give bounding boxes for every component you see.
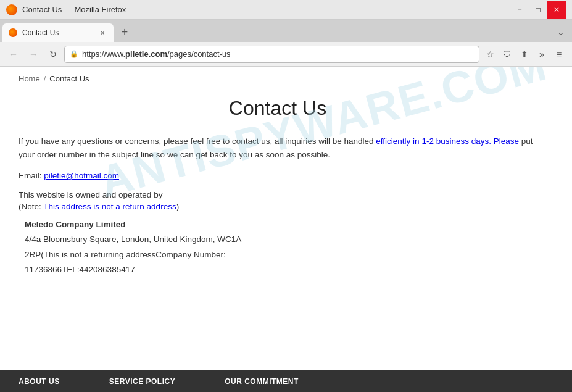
footer: ABOUT US SERVICE POLICY OUR COMMITMENT <box>0 370 572 392</box>
titlebar-title: Contact Us — Mozilla Firefox <box>22 5 126 14</box>
intro-paragraph: If you have any questions or concerns, p… <box>19 135 537 161</box>
reload-button[interactable]: ↻ <box>44 46 62 63</box>
breadcrumb-home-link[interactable]: Home <box>19 74 40 83</box>
tab-favicon <box>9 28 17 37</box>
email-label: Email: <box>19 171 42 180</box>
share-button[interactable]: ⬆ <box>516 46 533 62</box>
url-prefix: https://www. <box>82 49 125 59</box>
address-line1: 4/4a Bloomsbury Square, London, United K… <box>25 232 537 247</box>
tab-title: Contact Us <box>22 28 93 37</box>
email-address[interactable]: piletie@hotmail.com <box>44 171 119 180</box>
back-button[interactable]: ← <box>5 46 22 63</box>
note-paren-close: ) <box>176 202 180 211</box>
firefox-icon <box>6 4 17 15</box>
tabbar-right: ⌄ <box>552 23 570 42</box>
company-name: Meledo Company Limited <box>25 217 537 232</box>
footer-about: ABOUT US <box>19 377 60 386</box>
navbar: ← → ↻ 🔒 https://www.piletie.com/pages/co… <box>0 42 572 67</box>
highlight-text: efficiently in 1-2 business days. Please <box>376 136 519 146</box>
breadcrumb: Home / Contact Us <box>0 67 572 91</box>
forward-button[interactable]: → <box>25 46 42 63</box>
bookmark-button[interactable]: ☆ <box>482 46 498 62</box>
main-content: Contact Us If you have any questions or … <box>0 91 555 296</box>
active-tab[interactable]: Contact Us ✕ <box>2 23 114 42</box>
note-content: This address is not a return address <box>43 202 176 211</box>
close-button[interactable]: ✕ <box>547 1 566 19</box>
tabbar: Contact Us ✕ + ⌄ <box>0 20 572 42</box>
minimize-button[interactable]: − <box>510 1 529 19</box>
url-domain: piletie.com <box>125 49 167 59</box>
lock-icon: 🔒 <box>70 50 78 58</box>
owned-text: This website is owned and operated by <box>19 190 537 199</box>
nav-right-icons: ☆ 🛡 ⬆ » ≡ <box>482 46 567 62</box>
titlebar: Contact Us — Mozilla Firefox − □ ✕ <box>0 0 572 20</box>
email-line: Email: piletie@hotmail.com <box>19 171 537 180</box>
company-info: Meledo Company Limited 4/4a Bloomsbury S… <box>19 217 537 277</box>
footer-service: SERVICE POLICY <box>109 377 175 386</box>
tab-close-button[interactable]: ✕ <box>97 28 107 38</box>
url-suffix: /pages/contact-us <box>167 49 231 59</box>
footer-commitment: OUR COMMITMENT <box>225 377 299 386</box>
menu-button[interactable]: ≡ <box>551 46 567 62</box>
address-line3: 11736866TEL:442086385417 <box>25 262 537 277</box>
tab-list-arrow[interactable]: ⌄ <box>552 23 570 41</box>
shield-button[interactable]: 🛡 <box>499 46 515 62</box>
address-url: https://www.piletie.com/pages/contact-us <box>82 49 474 59</box>
note-text: (Note: This address is not a return addr… <box>19 202 537 211</box>
titlebar-controls: − □ ✕ <box>510 1 566 19</box>
page-title: Contact Us <box>19 97 537 120</box>
breadcrumb-current: Contact Us <box>49 74 89 83</box>
maximize-button[interactable]: □ <box>529 1 547 19</box>
address-line2: 2RP(This is not a returning addressCompa… <box>25 248 537 262</box>
page-content: ANTISPYWARE.COM Home / Contact Us Contac… <box>0 67 572 370</box>
breadcrumb-separator: / <box>44 74 46 83</box>
note-paren-open: (Note: <box>19 202 43 211</box>
address-bar[interactable]: 🔒 https://www.piletie.com/pages/contact-… <box>64 46 479 63</box>
more-tools-button[interactable]: » <box>534 46 550 62</box>
new-tab-button[interactable]: + <box>116 23 133 41</box>
